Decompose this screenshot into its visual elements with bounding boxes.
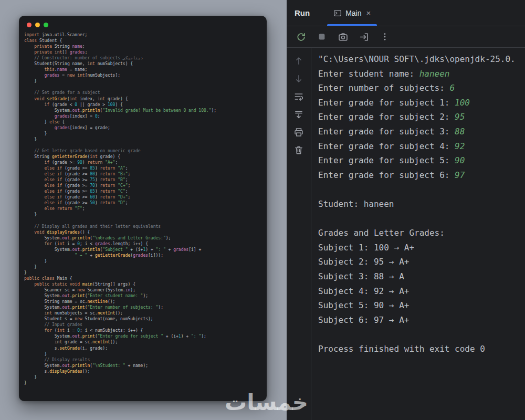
code-line: public class Main { xyxy=(24,276,264,281)
code-line: else return "F"; xyxy=(24,206,264,212)
close-tab-icon[interactable]: × xyxy=(366,8,371,17)
code-line: public static void main(String[] args) { xyxy=(24,281,264,287)
console-line: Subject 5: 90 → A+ xyxy=(318,298,525,313)
code-line: System.out.println("Subject " + (i+1) + … xyxy=(24,247,264,253)
code-content: import java.util.Scanner;class Student {… xyxy=(19,27,267,386)
code-line: grades[index] = grade; xyxy=(24,125,264,131)
code-line: s.displayGrades(); xyxy=(24,369,264,374)
minimize-button[interactable] xyxy=(35,23,40,27)
close-button[interactable] xyxy=(27,23,32,27)
code-line: } xyxy=(24,264,264,270)
active-tab-indicator xyxy=(327,24,377,26)
export-icon[interactable] xyxy=(357,30,371,44)
code-line: void displayGrades() { xyxy=(24,229,264,235)
code-line: // Constructor: number of subjects دينام… xyxy=(24,55,264,61)
code-line: // Input grades xyxy=(24,322,264,328)
code-line: System.out.println("\nStudent: " + name)… xyxy=(24,363,264,369)
thread-dump-camera-icon[interactable] xyxy=(336,30,350,44)
code-line: private String name; xyxy=(24,44,264,49)
code-snippet-background: import java.util.Scanner;class Student {… xyxy=(0,0,287,420)
code-line: this.name = name; xyxy=(24,67,264,72)
code-line: Scanner sc = new Scanner(System.in); xyxy=(24,287,264,293)
code-line: // Display all grades and their letter e… xyxy=(24,224,264,229)
console-line xyxy=(318,182,525,197)
rerun-button[interactable] xyxy=(294,30,308,44)
code-line: int grade = sc.nextInt(); xyxy=(24,339,264,345)
code-line: } xyxy=(24,374,264,380)
code-line: } xyxy=(24,212,264,217)
code-line: void setGrade(int index, int grade) { xyxy=(24,96,264,102)
print-icon[interactable] xyxy=(292,125,306,139)
clear-console-trash-icon[interactable] xyxy=(292,143,306,157)
console-line: Student: haneen xyxy=(318,197,525,212)
code-line: grades = new int[numSubjects]; xyxy=(24,72,264,78)
code-line: } xyxy=(24,380,264,386)
code-line: } xyxy=(24,258,264,264)
console-line: Enter student name: haneen xyxy=(318,67,525,81)
console-output[interactable]: "C:\Users\NOUR SOFT\.jdks\openjdk-25.0.E… xyxy=(311,48,525,420)
code-line: else if (grade >= 75) return "B"; xyxy=(24,177,264,183)
code-line: // Set grade for a subject xyxy=(24,90,264,96)
scroll-to-end-icon[interactable] xyxy=(292,108,306,121)
tab-main-label: Main xyxy=(345,9,361,17)
console-line: Subject 2: 95 → A+ xyxy=(318,255,525,269)
console-line: Enter grade for subject 1: 100 xyxy=(318,96,525,110)
console-line: Enter grade for subject 2: 95 xyxy=(318,110,525,124)
code-line: import java.util.Scanner; xyxy=(24,32,264,38)
code-line: String name = sc.nextLine(); xyxy=(24,299,264,304)
console-line: Subject 6: 97 → A+ xyxy=(318,313,525,328)
down-stack-trace-icon[interactable] xyxy=(292,72,306,86)
run-tool-window-title: Run xyxy=(295,8,310,17)
zoom-button[interactable] xyxy=(44,23,48,27)
code-line: System.out.print("Enter student name: ")… xyxy=(24,293,264,299)
code-line: System.out.println("\nGrades and Letter … xyxy=(24,235,264,241)
code-line: if (grade < 0 || grade > 100) { xyxy=(24,102,264,108)
console-line: Enter grade for subject 3: 88 xyxy=(318,124,525,139)
console-line: "C:\Users\NOUR SOFT\.jdks\openjdk-25.0. xyxy=(318,52,525,67)
code-line: class Student { xyxy=(24,38,264,44)
console-line: Enter grade for subject 6: 97 xyxy=(318,168,525,183)
more-options-icon[interactable] xyxy=(378,30,392,44)
run-toolbar xyxy=(287,26,525,48)
code-line: else if (grade >= 60) return "D+"; xyxy=(24,194,264,200)
code-line: " → " + getLetterGrade(grades[i])); xyxy=(24,253,264,258)
code-line: // Get letter grade based on numeric gra… xyxy=(24,148,264,154)
soft-wrap-icon[interactable] xyxy=(292,90,306,103)
console-line: Enter number of subjects: 6 xyxy=(318,81,525,96)
console-line: Subject 1: 100 → A+ xyxy=(318,240,525,255)
code-line: Student(String name, int numSubjects) { xyxy=(24,61,264,67)
code-line: int numSubjects = sc.nextInt(); xyxy=(24,310,264,316)
up-stack-trace-icon[interactable] xyxy=(292,54,306,68)
code-editor-window: import java.util.Scanner;class Student {… xyxy=(19,16,267,401)
stop-button[interactable] xyxy=(315,30,329,44)
code-line: grades[index] = 0; xyxy=(24,113,264,119)
console-tab-icon xyxy=(333,9,342,17)
console-line: Enter grade for subject 5: 90 xyxy=(318,153,525,168)
code-line: Student s = new Student(name, numSubject… xyxy=(24,316,264,322)
console-line xyxy=(318,327,525,342)
code-line: else if (grade >= 80) return "B+"; xyxy=(24,171,264,177)
code-line: } xyxy=(24,78,264,84)
code-line xyxy=(24,218,264,224)
console-line: Process finished with exit code 0 xyxy=(318,342,525,356)
code-line: String getLetterGrade(int grade) { xyxy=(24,154,264,160)
code-line: System.out.print("Enter number of subjec… xyxy=(24,304,264,310)
code-line: private int[] grades; xyxy=(24,49,264,55)
console-line: Subject 4: 92 → A+ xyxy=(318,284,525,299)
run-header: Run Main × xyxy=(287,0,525,26)
run-tool-window: Run Main × xyxy=(287,0,525,420)
code-line xyxy=(24,84,264,90)
code-line: } xyxy=(24,270,264,276)
code-line: for (int i = 0; i < grades.length; i++) … xyxy=(24,241,264,247)
code-line: else if (grade >= 70) return "C+"; xyxy=(24,183,264,188)
code-line: if (grade >= 90) return "A+"; xyxy=(24,160,264,165)
console-line: Grades and Letter Grades: xyxy=(318,226,525,240)
code-line: for (int i = 0; i < numSubjects; i++) { xyxy=(24,328,264,333)
code-line xyxy=(24,142,264,148)
tab-main[interactable]: Main × xyxy=(327,0,377,26)
console-line xyxy=(318,212,525,226)
console-line: Subject 3: 88 → A xyxy=(318,269,525,284)
code-line: System.out.print("Enter grade for subjec… xyxy=(24,333,264,339)
code-line: else if (grade >= 65) return "C"; xyxy=(24,188,264,194)
code-line: } xyxy=(24,136,264,142)
